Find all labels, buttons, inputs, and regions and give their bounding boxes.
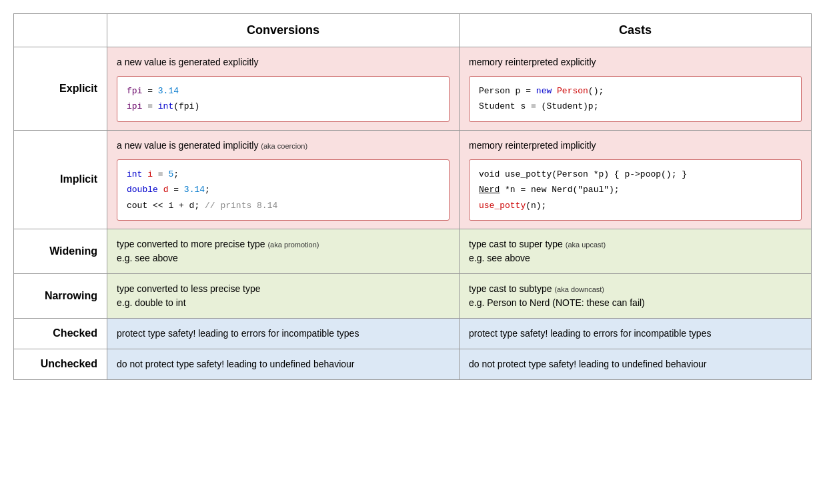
implicit-conversions-code: int i = 5; double d = 3.14; cout << i + … xyxy=(117,159,450,221)
explicit-conversions-cell: a new value is generated explicitly fpi … xyxy=(107,47,460,131)
checked-casts-text: protect type safety! leading to errors f… xyxy=(469,327,802,341)
implicit-casts-cell: memory reinterpreted implicitly void use… xyxy=(460,130,812,229)
widening-casts-text: type cast to super type (aka upcast) e.g… xyxy=(469,237,802,265)
unchecked-casts-cell: do not protect type safety! leading to u… xyxy=(460,349,812,379)
widening-conversions-text: type converted to more precise type (aka… xyxy=(117,237,450,265)
row-label-widening: Widening xyxy=(14,229,107,273)
checked-casts-cell: protect type safety! leading to errors f… xyxy=(460,318,812,349)
explicit-conversions-code: fpi = 3.14 ipi = int(fpi) xyxy=(117,76,450,122)
unchecked-conversions-cell: do not protect type safety! leading to u… xyxy=(107,349,460,379)
explicit-casts-cell: memory reinterpreted explicitly Person p… xyxy=(460,47,812,131)
widening-casts-cell: type cast to super type (aka upcast) e.g… xyxy=(460,229,812,273)
row-label-explicit: Explicit xyxy=(14,47,107,131)
narrowing-conversions-cell: type converted to less precise type e.g.… xyxy=(107,273,460,318)
narrowing-conversions-text: type converted to less precise type e.g.… xyxy=(117,282,450,310)
explicit-casts-code: Person p = new Person(); Student s = (St… xyxy=(469,76,802,122)
header-casts: Casts xyxy=(460,14,812,47)
header-col0 xyxy=(14,14,107,47)
unchecked-conversions-text: do not protect type safety! leading to u… xyxy=(117,357,450,371)
widening-conversions-cell: type converted to more precise type (aka… xyxy=(107,229,460,273)
header-conversions: Conversions xyxy=(107,14,460,47)
narrowing-casts-text: type cast to subtype (aka downcast) e.g.… xyxy=(469,282,802,310)
row-label-implicit: Implicit xyxy=(14,130,107,229)
row-label-checked: Checked xyxy=(14,318,107,349)
implicit-casts-text: memory reinterpreted implicitly xyxy=(469,139,802,153)
implicit-conversions-text: a new value is generated implicitly (aka… xyxy=(117,139,450,153)
narrowing-casts-cell: type cast to subtype (aka downcast) e.g.… xyxy=(460,273,812,318)
explicit-conversions-text: a new value is generated explicitly xyxy=(117,55,450,69)
checked-conversions-text: protect type safety! leading to errors f… xyxy=(117,327,450,341)
implicit-conversions-cell: a new value is generated implicitly (aka… xyxy=(107,130,460,229)
checked-conversions-cell: protect type safety! leading to errors f… xyxy=(107,318,460,349)
explicit-casts-text: memory reinterpreted explicitly xyxy=(469,55,802,69)
unchecked-casts-text: do not protect type safety! leading to u… xyxy=(469,357,802,371)
row-label-narrowing: Narrowing xyxy=(14,273,107,318)
implicit-casts-code: void use_potty(Person *p) { p->poop(); }… xyxy=(469,159,802,221)
row-label-unchecked: Unchecked xyxy=(14,349,107,379)
